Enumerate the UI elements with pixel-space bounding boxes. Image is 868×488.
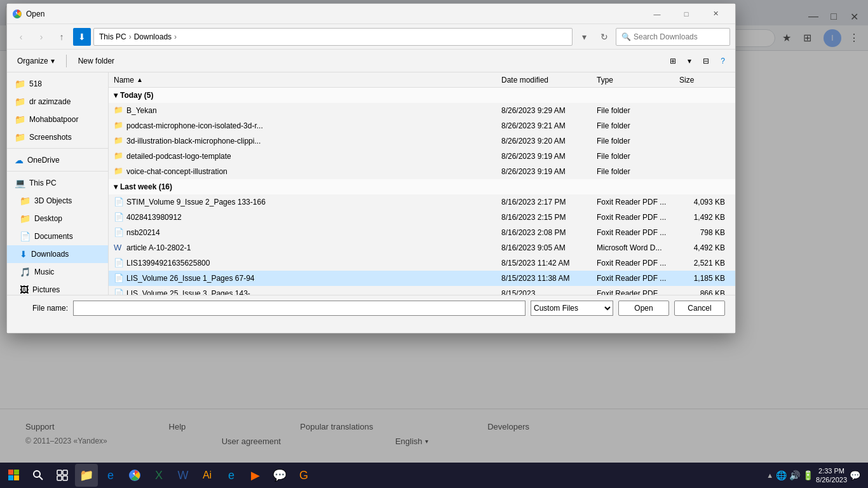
dialog-addressbar: ‹ › ↑ ⬇ This PC › Downloads › ▾ ↻ 🔍 [7,24,735,50]
file-lis13-icon: 📄 [114,258,124,268]
forward-button[interactable]: › [32,28,50,46]
refresh-button[interactable]: ↻ [595,28,613,46]
view-toggle-button[interactable]: ▾ [682,53,696,69]
sidebar-item-label-518: 518 [29,79,42,88]
file-row-selected[interactable]: 📄 LIS_Volume 26_Issue 1_Pages 67-94 8/15… [109,271,735,286]
start-button[interactable] [3,464,25,487]
organize-button[interactable]: Organize ▾ [12,53,60,69]
notifications-icon[interactable]: 💬 [850,470,860,480]
sidebar-item-label-music: Music [34,268,54,276]
file-row[interactable]: 📄 LIS13994921635625800 8/15/2023 11:42 A… [109,255,735,271]
dialog-title: Open [26,10,44,18]
breadcrumb-thispc[interactable]: This PC [99,32,126,41]
file-list-scroll[interactable]: ▾ Today (5) 📁 B_Yekan 8/26/2023 9:29 AM … [109,88,735,295]
sidebar-item-label-pictures: Pictures [32,285,60,294]
sidebar-item-documents[interactable]: 📄 Documents [7,227,108,245]
music-icon: 🎵 [20,267,31,277]
taskbar-edge-button[interactable]: e [99,464,122,487]
col-type-label: Type [597,76,613,85]
taskbar-word-button[interactable]: W [172,464,194,487]
view-pane-button[interactable]: ⊟ [698,53,714,69]
file-row[interactable]: 📁 3d-illustration-black-microphone-clipp… [109,133,735,149]
search-bar[interactable]: 🔍 [616,28,730,46]
sidebar-item-label-onedrive: OneDrive [27,156,60,165]
sidebar-item-drazimzade[interactable]: 📁 dr azimzade [7,93,108,111]
taskbar-pdf-icon: G [299,469,308,482]
sidebar-item-onedrive[interactable]: ☁ OneDrive [7,151,108,169]
svg-rect-8 [57,470,62,475]
sidebar-item-thispc[interactable]: 💻 This PC [7,174,108,192]
sidebar-item-desktop[interactable]: 📁 Desktop [7,210,108,227]
open-button[interactable]: Open [618,301,669,316]
search-taskbar-button[interactable] [27,464,50,487]
file-row[interactable]: 📄 LIS_Volume 25_Issue 3_Pages 143-... 8/… [109,286,735,295]
group-today-label: Today (5) [120,91,153,100]
svg-point-6 [34,471,40,477]
file-4028-name: 4028413980912 [126,213,501,222]
taskbar-chrome-button[interactable] [123,464,146,487]
sidebar-item-music[interactable]: 🎵 Music [7,263,108,281]
new-folder-button[interactable]: New folder [73,53,119,69]
taskbar-explorer-button[interactable]: 📁 [75,464,98,487]
sidebar-item-518[interactable]: 📁 518 [7,75,108,93]
col-date-header[interactable]: Date modified [501,76,597,85]
view-options-button[interactable]: ⊞ [665,53,681,69]
col-size-header[interactable]: Size [679,76,730,85]
up-button[interactable]: ↑ [53,28,71,46]
svg-rect-2 [8,470,13,475]
taskbar-illustrator-button[interactable]: Ai [196,464,219,487]
folder-mohabbatpoor-icon: 📁 [15,114,25,125]
filename-input[interactable] [73,301,526,316]
taskbar-media-icon: ▶ [251,468,260,482]
sort-arrow-icon: ▲ [137,76,143,83]
sidebar-item-downloads[interactable]: ⬇ Downloads [7,245,108,263]
dialog-maximize-button[interactable]: □ [672,4,701,24]
breadcrumb-separator-2: › [174,32,177,41]
download-location-icon[interactable]: ⬇ [73,28,91,46]
cancel-button[interactable]: Cancel [674,301,725,316]
help-button[interactable]: ? [715,53,730,69]
file-row[interactable]: 📄 nsb20214 8/16/2023 2:08 PM Foxit Reade… [109,225,735,240]
file-row[interactable]: 📁 podcast-microphone-icon-isolated-3d-r.… [109,118,735,133]
sidebar-separator-1 [7,146,108,149]
file-row[interactable]: W article A-10-2802-1 8/16/2023 9:05 AM … [109,240,735,255]
taskbar-media-button[interactable]: ▶ [244,464,267,487]
file-row[interactable]: 📁 voice-chat-concept-illustration 8/26/2… [109,164,735,179]
sidebar-item-mohabbatpoor[interactable]: 📁 Mohabbatpoor [7,111,108,128]
col-date-label: Date modified [501,76,548,85]
file-row[interactable]: 📄 STIM_Volume 9_Issue 2_Pages 133-166 8/… [109,194,735,210]
file-stim-icon: 📄 [114,197,124,207]
taskbar-pdf-button[interactable]: G [292,464,315,487]
address-dropdown-button[interactable]: ▾ [575,28,593,46]
col-name-label: Name [114,76,134,85]
taskbar-clock[interactable]: 2:33 PM 8/26/2023 [816,466,847,485]
col-name-header[interactable]: Name ▲ [114,76,501,85]
taskbar-excel-icon: X [155,469,163,482]
file-row[interactable]: 📁 B_Yekan 8/26/2023 9:29 AM File folder [109,103,735,118]
file-lis-v26-type: Foxit Reader PDF ... [597,274,679,283]
breadcrumb-downloads[interactable]: Downloads [134,32,172,41]
group-lastweek[interactable]: ▾ Last week (16) [109,179,735,194]
dialog-bottom-bar: File name: Custom Files Open Cancel [7,295,735,333]
back-button[interactable]: ‹ [12,28,30,46]
file-row[interactable]: 📁 detailed-podcast-logo-template 8/26/20… [109,149,735,164]
taskbar-excel-button[interactable]: X [147,464,170,487]
taskbar-edge2-button[interactable]: e [220,464,243,487]
sidebar-item-3dobjects[interactable]: 📁 3D Objects [7,192,108,210]
group-today[interactable]: ▾ Today (5) [109,88,735,103]
taskbar-chat-button[interactable]: 💬 [268,464,291,487]
file-article-size: 4,492 KB [679,243,730,252]
search-input[interactable] [634,32,716,41]
sidebar-item-pictures[interactable]: 🖼 Pictures [7,281,108,295]
col-type-header[interactable]: Type [597,76,679,85]
sidebar-item-label-downloads: Downloads [31,250,69,259]
breadcrumb[interactable]: This PC › Downloads › [93,28,573,46]
sidebar-item-label-mohabbatpoor: Mohabbatpoor [29,115,78,124]
dialog-close-button[interactable]: ✕ [701,4,730,24]
file-row[interactable]: 📄 4028413980912 8/16/2023 2:15 PM Foxit … [109,210,735,225]
filetype-select[interactable]: Custom Files [531,301,613,316]
sidebar-item-screenshots[interactable]: 📁 Screenshots [7,128,108,146]
task-view-button[interactable] [51,464,74,487]
file-nsb-size: 798 KB [679,228,730,237]
dialog-minimize-button[interactable]: — [642,4,672,24]
